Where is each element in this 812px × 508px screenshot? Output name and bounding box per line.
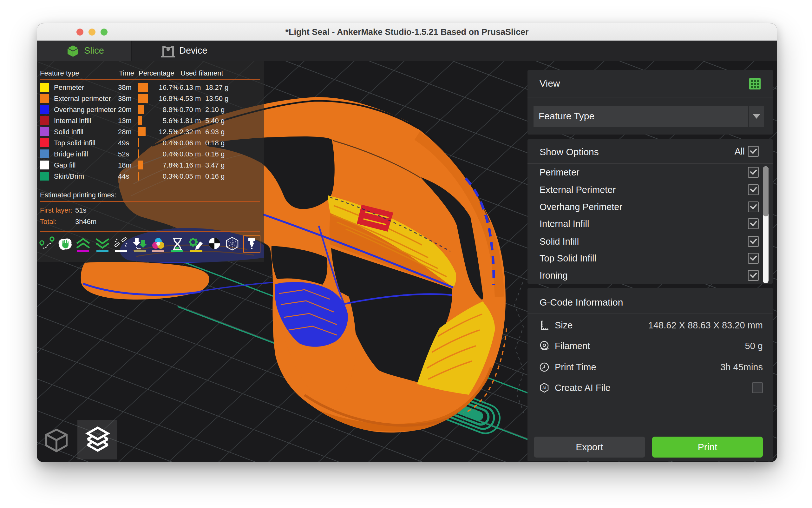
svg-text:AI: AI — [542, 385, 546, 390]
